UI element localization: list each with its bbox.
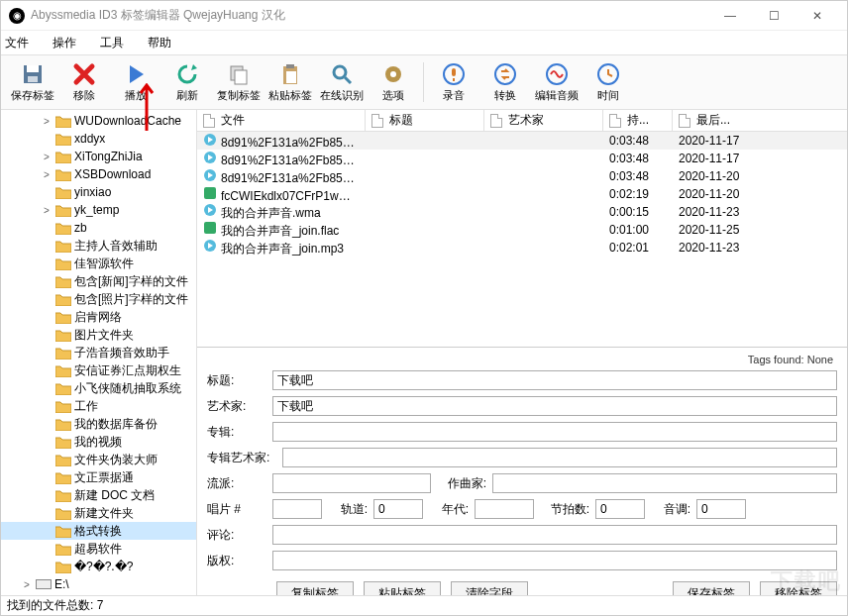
tree-item[interactable]: >yk_temp [1, 201, 196, 219]
lbl-year: 年代: [429, 501, 469, 518]
input-albumartist[interactable] [282, 448, 837, 467]
file-list-header: 文件 标题 艺术家 持... 最后... [197, 110, 847, 132]
input-composer[interactable] [492, 473, 837, 493]
expand-toggle[interactable]: > [41, 205, 53, 216]
expand-toggle[interactable]: > [41, 152, 53, 162]
menu-file[interactable]: 文件 [5, 35, 29, 51]
col-duration[interactable]: 持... [603, 110, 673, 131]
tree-item[interactable]: 工作 [1, 397, 196, 415]
lbl-track: 轨道: [328, 501, 368, 518]
tb-options[interactable]: 选项 [368, 58, 419, 106]
file-icon [203, 203, 217, 217]
input-genre[interactable] [272, 473, 431, 493]
expand-toggle[interactable]: > [21, 579, 33, 590]
tree-item[interactable]: 超易软件 [1, 540, 196, 558]
tree-item[interactable]: >WUDownloadCache [1, 112, 196, 130]
tb-play[interactable]: 播放 [110, 58, 161, 106]
tb-time[interactable]: 时间 [583, 58, 634, 106]
input-bpm[interactable] [595, 499, 645, 519]
tree-item[interactable]: yinxiao [1, 183, 196, 201]
close-button[interactable]: ✕ [795, 2, 839, 30]
expand-toggle[interactable]: > [41, 116, 53, 127]
file-row[interactable]: 我的合并声音_join.mp30:02:012020-11-23 [197, 239, 847, 257]
input-album[interactable] [272, 422, 837, 442]
tree-item[interactable]: 文件夹伪装大师 [1, 451, 196, 468]
btn-remove-tags[interactable]: 移除标签 [760, 581, 837, 595]
tb-convert[interactable]: 转换 [479, 58, 531, 106]
file-row[interactable]: 8d91%2F131a%2Fb854%...0:03:482020-11-20 [197, 167, 847, 185]
tree-item[interactable]: 格式转换 [1, 522, 196, 540]
tree-item[interactable]: 包含[新闻]字样的文件 [1, 272, 196, 290]
tree-item[interactable]: 我的数据库备份 [1, 415, 196, 433]
expand-toggle[interactable]: > [41, 169, 53, 180]
tree-label: yinxiao [74, 185, 111, 199]
btn-save-tags[interactable]: 保存标签 [673, 581, 750, 595]
file-row[interactable]: 我的合并声音.wma0:00:152020-11-23 [197, 203, 847, 221]
menu-ops[interactable]: 操作 [53, 35, 76, 51]
input-copyright[interactable] [272, 551, 837, 570]
file-list[interactable]: 文件 标题 艺术家 持... 最后... 8d91%2F131a%2Fb854%… [197, 110, 847, 348]
tree-item[interactable]: 主持人音效辅助 [1, 237, 196, 255]
col-date[interactable]: 最后... [673, 110, 792, 131]
folder-icon [55, 471, 71, 484]
file-row[interactable]: 8d91%2F131a%2Fb854%...0:03:482020-11-17 [197, 132, 847, 150]
folder-icon [55, 364, 71, 377]
tb-copy[interactable]: 复制标签 [213, 58, 265, 106]
play-icon [124, 62, 148, 86]
tb-editaudio[interactable]: 编辑音频 [531, 58, 583, 106]
menu-tools[interactable]: 工具 [100, 35, 124, 51]
input-disc[interactable] [272, 499, 322, 519]
tree-item[interactable]: 子浩音频音效助手 [1, 344, 196, 361]
tags-found-label: Tags found: None [207, 352, 837, 367]
input-artist[interactable] [272, 396, 837, 416]
tree-item[interactable]: 安信证券汇点期权生 [1, 361, 196, 379]
tree-item[interactable]: >E:\ [1, 575, 196, 593]
tree-item[interactable]: zb [1, 219, 196, 237]
tree-item[interactable]: 启肯网络 [1, 308, 196, 326]
btn-clear-fields[interactable]: 清除字段 [451, 581, 528, 595]
file-row[interactable]: fcCWIEkdlx07CFrP1wGk01...0:02:192020-11-… [197, 185, 847, 203]
file-icon [203, 221, 217, 235]
tb-remove[interactable]: 移除 [58, 58, 110, 106]
tree-item[interactable]: 佳智源软件 [1, 255, 196, 272]
minimize-button[interactable]: — [708, 2, 752, 30]
tree-item[interactable]: 小飞侠随机抽取系统 [1, 379, 196, 397]
tree-item[interactable]: xddyx [1, 130, 196, 148]
col-artist[interactable]: 艺术家 [484, 110, 603, 131]
folder-tree[interactable]: >WUDownloadCachexddyx>XiTongZhiJia>XSBDo… [1, 110, 197, 595]
save-icon [21, 62, 45, 86]
tree-item[interactable]: 文正票据通 [1, 468, 196, 486]
input-year[interactable] [475, 499, 534, 519]
tb-refresh[interactable]: 刷新 [161, 58, 213, 106]
col-file[interactable]: 文件 [197, 110, 366, 131]
tree-item[interactable]: 新建文件夹 [1, 504, 196, 522]
col-title[interactable]: 标题 [366, 110, 484, 131]
input-track[interactable] [373, 499, 423, 519]
tree-item[interactable]: 包含[照片]字样的文件 [1, 290, 196, 308]
tree-item[interactable]: �?�?.�? [1, 558, 196, 575]
input-comment[interactable] [272, 525, 837, 545]
tree-item[interactable]: 我的视频 [1, 433, 196, 451]
btn-paste-tags[interactable]: 粘贴标签 [364, 581, 441, 595]
tree-label: 包含[照片]字样的文件 [74, 291, 188, 308]
file-row[interactable]: 我的合并声音_join.flac0:01:002020-11-25 [197, 221, 847, 239]
tree-item[interactable]: >XSBDownload [1, 165, 196, 183]
toolbar: 保存标签 移除 播放 刷新 复制标签 粘贴标签 在线识别 选项 录音 转换 编辑… [1, 54, 847, 110]
tb-record[interactable]: 录音 [428, 58, 479, 106]
input-title[interactable] [272, 370, 837, 390]
menu-help[interactable]: 帮助 [148, 35, 171, 51]
tb-paste[interactable]: 粘贴标签 [265, 58, 316, 106]
maximize-button[interactable]: ☐ [752, 2, 795, 30]
titlebar: ◉ Abyssmedia ID3 标签编辑器 QwejayHuang 汉化 — … [1, 1, 847, 31]
tree-item[interactable]: 图片文件夹 [1, 326, 196, 344]
btn-copy-tags[interactable]: 复制标签 [276, 581, 354, 595]
tree-item[interactable]: >XiTongZhiJia [1, 148, 196, 165]
tb-save[interactable]: 保存标签 [7, 58, 58, 106]
file-row[interactable]: 8d91%2F131a%2Fb854%...0:03:482020-11-17 [197, 150, 847, 167]
refresh-icon [175, 62, 199, 86]
tb-online[interactable]: 在线识别 [316, 58, 368, 106]
tree-item[interactable]: 新建 DOC 文档 [1, 486, 196, 504]
input-key[interactable] [696, 499, 746, 519]
svg-rect-4 [235, 70, 247, 84]
tree-label: 小飞侠随机抽取系统 [74, 380, 181, 397]
